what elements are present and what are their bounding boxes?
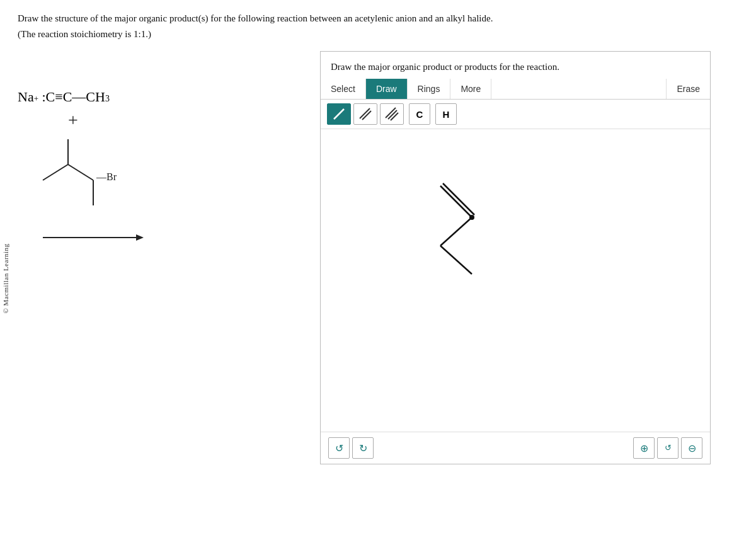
svg-marker-6 bbox=[136, 234, 144, 241]
double-bond-icon bbox=[358, 106, 373, 122]
double-bond-btn[interactable] bbox=[353, 103, 377, 125]
reaction-arrow bbox=[43, 230, 144, 245]
undo-redo-group: ↺ ↻ bbox=[328, 437, 374, 459]
svg-text:—Br: —Br bbox=[96, 171, 117, 182]
main-content: Draw the structure of the major organic … bbox=[11, 0, 756, 557]
hydrogen-atom-btn[interactable]: H bbox=[435, 103, 457, 125]
draw-panel-title: Draw the major organic product or produc… bbox=[321, 52, 710, 79]
svg-line-7 bbox=[334, 109, 344, 119]
reactant2-structure: —Br bbox=[18, 133, 144, 217]
reactant1-row: Na + :C≡C—CH 3 bbox=[18, 89, 110, 105]
undo-btn[interactable]: ↺ bbox=[328, 437, 350, 459]
svg-line-13 bbox=[440, 186, 472, 217]
triple-bond-icon bbox=[384, 106, 399, 122]
draw-tool[interactable]: Draw bbox=[366, 79, 408, 99]
single-bond-btn[interactable] bbox=[327, 103, 351, 125]
erase-tool[interactable]: Erase bbox=[666, 79, 710, 99]
reaction-container: Na + :C≡C—CH 3 + bbox=[18, 89, 320, 245]
rings-tool[interactable]: Rings bbox=[408, 79, 451, 99]
bottom-toolbar: ↺ ↻ ⊕ ↺ ⊖ bbox=[321, 432, 710, 464]
triple-bond-btn[interactable] bbox=[380, 103, 404, 125]
svg-line-2 bbox=[43, 164, 68, 180]
toolbar: Select Draw Rings More Erase bbox=[321, 79, 710, 100]
reaction-arrow-row bbox=[43, 230, 144, 245]
single-bond-icon bbox=[331, 106, 346, 122]
bond-tools-row: C H bbox=[321, 100, 710, 129]
draw-panel: Draw the major organic product or produc… bbox=[320, 51, 711, 464]
zoom-out-btn[interactable]: ⊖ bbox=[681, 437, 702, 459]
redo-btn[interactable]: ↻ bbox=[352, 437, 374, 459]
question-text: Draw the structure of the major organic … bbox=[18, 11, 585, 41]
select-tool[interactable]: Select bbox=[321, 79, 366, 99]
more-tool[interactable]: More bbox=[450, 79, 491, 99]
sidebar-label: © Macmillan Learning bbox=[0, 0, 11, 557]
product-molecule bbox=[371, 148, 560, 337]
svg-line-17 bbox=[440, 246, 472, 274]
zoom-reset-btn[interactable]: ↺ bbox=[657, 437, 679, 459]
zoom-group: ⊕ ↺ ⊖ bbox=[633, 437, 702, 459]
canvas-area[interactable] bbox=[321, 129, 710, 432]
svg-line-14 bbox=[443, 183, 474, 215]
reactant2-svg: —Br bbox=[18, 133, 144, 215]
reactant1-formula: Na + :C≡C—CH 3 bbox=[18, 89, 110, 105]
reaction-side: Na + :C≡C—CH 3 + bbox=[18, 51, 320, 245]
svg-line-16 bbox=[440, 217, 472, 246]
zoom-in-btn[interactable]: ⊕ bbox=[633, 437, 655, 459]
plus-sign: + bbox=[68, 112, 78, 129]
carbon-atom-btn[interactable]: C bbox=[409, 103, 430, 125]
content-row: Na + :C≡C—CH 3 + bbox=[18, 51, 743, 464]
svg-line-1 bbox=[68, 164, 93, 180]
svg-line-12 bbox=[391, 113, 398, 120]
